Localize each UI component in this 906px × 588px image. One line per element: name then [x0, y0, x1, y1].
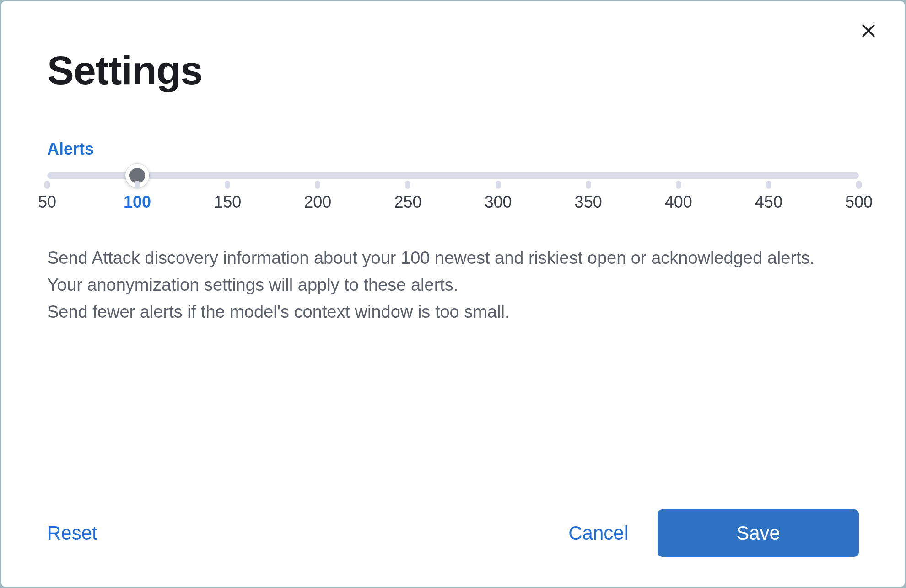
slider-tick[interactable]: 500 [845, 181, 873, 212]
tick-label: 50 [38, 192, 56, 212]
slider-ticks: 50100150200250300350400450500 [47, 181, 859, 217]
tick-mark [405, 181, 410, 189]
close-button[interactable] [857, 20, 879, 42]
tick-mark [676, 181, 681, 189]
tick-mark [135, 181, 140, 189]
slider-tick[interactable]: 50 [38, 181, 56, 212]
cancel-button[interactable]: Cancel [568, 522, 628, 544]
tick-label: 150 [214, 192, 241, 212]
tick-label: 450 [755, 192, 782, 212]
tick-label: 100 [124, 192, 151, 212]
slider-tick[interactable]: 450 [755, 181, 782, 212]
alerts-slider[interactable]: 50100150200250300350400450500 [47, 172, 859, 217]
slider-track [47, 172, 859, 179]
description-line: Send Attack discovery information about … [47, 245, 859, 272]
dialog-footer: Reset Cancel Save [47, 509, 859, 557]
tick-label: 500 [845, 192, 873, 212]
dialog-title: Settings [47, 47, 859, 94]
tick-mark [315, 181, 320, 189]
tick-label: 300 [485, 192, 512, 212]
description-line: Your anonymization settings will apply t… [47, 272, 859, 299]
slider-tick[interactable]: 400 [665, 181, 692, 212]
tick-mark [586, 181, 591, 189]
tick-mark [856, 181, 862, 189]
tick-mark [225, 181, 230, 189]
slider-tick[interactable]: 300 [485, 181, 512, 212]
footer-right-group: Cancel Save [568, 509, 859, 557]
tick-label: 250 [394, 192, 421, 212]
tick-label: 400 [665, 192, 692, 212]
slider-tick[interactable]: 100 [124, 181, 151, 212]
slider-tick[interactable]: 200 [304, 181, 331, 212]
tick-label: 350 [575, 192, 602, 212]
description-line: Send fewer alerts if the model's context… [47, 299, 859, 326]
tick-label: 200 [304, 192, 331, 212]
close-icon [860, 22, 877, 39]
save-button[interactable]: Save [658, 509, 859, 557]
tick-mark [44, 181, 50, 189]
reset-button[interactable]: Reset [47, 522, 97, 544]
alerts-description: Send Attack discovery information about … [47, 245, 859, 326]
slider-tick[interactable]: 250 [394, 181, 421, 212]
tick-mark [766, 181, 771, 189]
slider-tick[interactable]: 150 [214, 181, 241, 212]
slider-tick[interactable]: 350 [575, 181, 602, 212]
alerts-section-label: Alerts [47, 139, 859, 159]
tick-mark [496, 181, 501, 189]
settings-dialog: Settings Alerts 501001502002503003504004… [1, 1, 905, 587]
